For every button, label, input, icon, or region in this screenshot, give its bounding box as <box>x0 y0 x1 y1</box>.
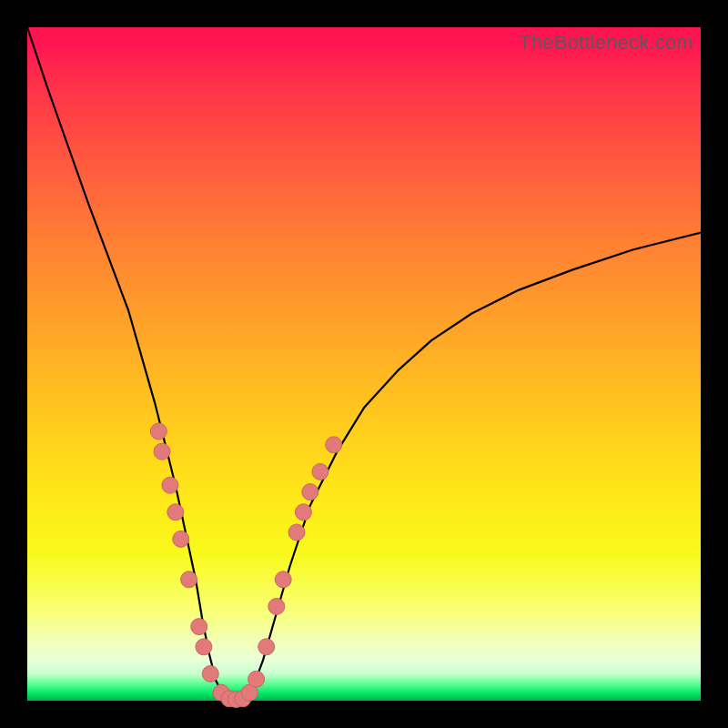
curve-marker <box>202 665 218 682</box>
curve-marker <box>288 524 305 541</box>
curve-marker <box>150 423 167 440</box>
bottleneck-curve-path <box>27 27 701 701</box>
curve-marker <box>295 504 311 521</box>
curve-marker <box>191 619 207 635</box>
curve-marker <box>167 504 184 521</box>
chart-frame: TheBottleneck.com <box>0 0 728 728</box>
curve-marker <box>275 571 291 588</box>
curve-marker <box>181 571 197 588</box>
curve-svg <box>27 27 701 701</box>
curve-marker <box>268 598 285 614</box>
curve-marker <box>162 477 178 493</box>
plot-area: TheBottleneck.com <box>27 27 701 701</box>
curve-marker <box>302 484 318 500</box>
curve-marker <box>196 639 212 655</box>
curve-marker <box>154 443 170 460</box>
curve-markers <box>150 423 341 708</box>
curve-marker <box>258 639 275 655</box>
curve-marker <box>173 531 189 547</box>
curve-marker <box>312 463 329 480</box>
curve-marker <box>248 671 265 687</box>
curve-marker <box>326 437 342 453</box>
